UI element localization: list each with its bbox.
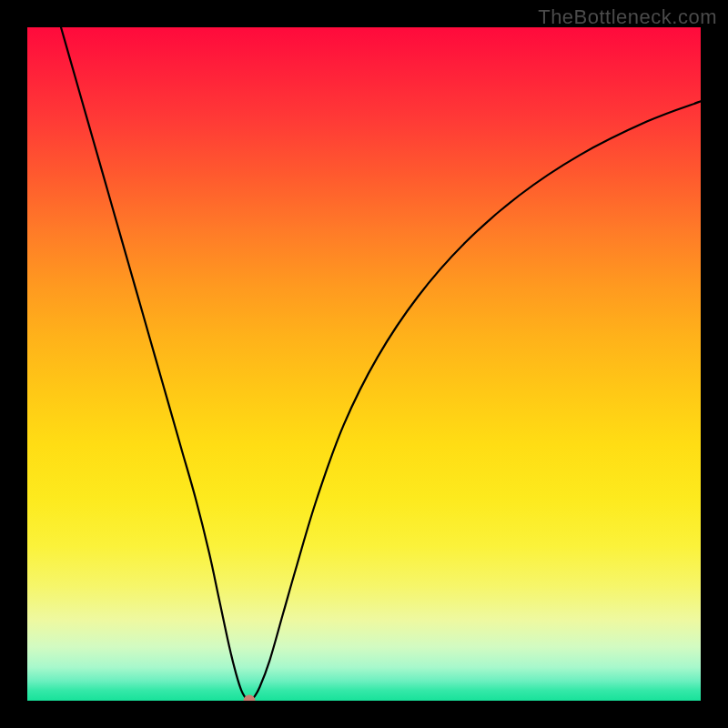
bottleneck-curve — [27, 27, 701, 701]
minimum-marker-icon — [244, 695, 256, 702]
curve-path — [61, 27, 701, 701]
watermark-text: TheBottleneck.com — [538, 5, 717, 29]
plot-area — [27, 27, 701, 701]
